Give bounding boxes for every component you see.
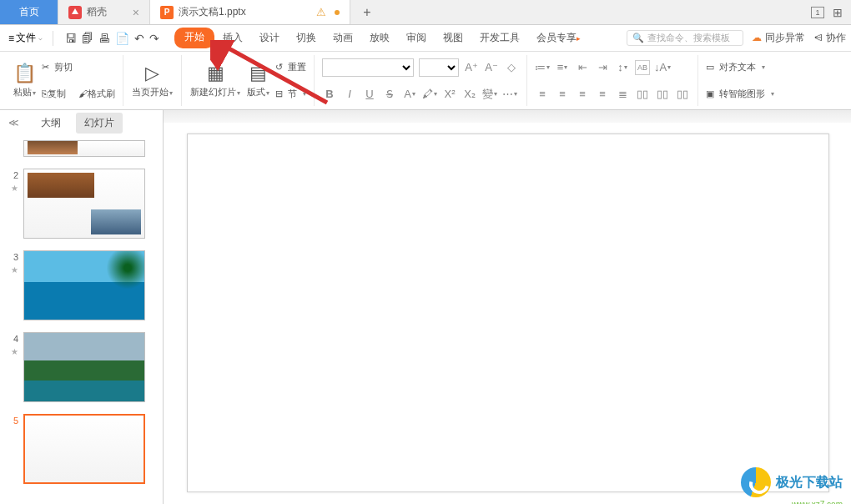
close-icon[interactable]: × <box>133 6 139 19</box>
new-tab-button[interactable]: + <box>350 0 384 24</box>
ribbon-tab-dev[interactable]: 开发工具 <box>471 28 528 48</box>
command-search-input[interactable]: 🔍 查找命令、搜索模板 <box>627 30 743 46</box>
ribbon-tab-show[interactable]: 放映 <box>361 28 398 48</box>
subscript-icon[interactable]: X₂ <box>462 87 477 102</box>
paste-icon: 📋 <box>13 63 36 84</box>
chevron-down-icon: ▾ <box>771 90 774 98</box>
thumb-number: 2★ <box>3 169 18 193</box>
save-as-icon[interactable]: 🗐 <box>82 32 93 45</box>
ribbon-tab-animation[interactable]: 动画 <box>325 28 361 48</box>
italic-icon[interactable]: I <box>342 87 357 102</box>
thumbnail-row[interactable]: 4★ <box>3 332 156 402</box>
thumb-number: 4★ <box>3 332 18 356</box>
search-icon: 🔍 <box>632 33 644 43</box>
tab-docer[interactable]: 稻壳 × <box>58 0 150 24</box>
animation-star-icon: ★ <box>11 265 18 275</box>
thumbnail-row[interactable] <box>3 140 156 157</box>
columns-left-icon[interactable]: ▯▯ <box>635 87 650 102</box>
ribbon-tab-view[interactable]: 视图 <box>435 28 471 48</box>
font-size-select[interactable] <box>419 58 459 77</box>
char-shading-icon[interactable]: AB <box>635 60 650 75</box>
print-preview-icon[interactable]: 📄 <box>115 32 129 45</box>
reading-mode-icon[interactable]: 1 <box>811 7 824 18</box>
tab-home[interactable]: 首页 <box>0 0 58 24</box>
columns-center-icon[interactable]: ▯▯ <box>675 87 690 102</box>
thumbnail-row[interactable]: 3★ <box>3 250 156 320</box>
slide-canvas[interactable] <box>187 134 829 492</box>
section-button[interactable]: ⊟节▾ <box>275 82 306 107</box>
clear-format-icon[interactable]: ◇ <box>504 60 519 75</box>
cut-button[interactable]: ✂剪切 <box>42 55 115 80</box>
ribbon-tab-review[interactable]: 审阅 <box>398 28 435 48</box>
align-right-icon[interactable]: ≡ <box>575 87 590 102</box>
file-menu-button[interactable]: ≡ 文件 ⌵ <box>5 29 46 47</box>
ribbon-tab-member[interactable]: 会员专享▸ <box>528 28 589 48</box>
decrease-font-icon[interactable]: A⁻ <box>484 60 499 75</box>
ribbon-group-paragraph: ≔▾ ≡▾ ⇤ ⇥ ↕▾ AB ↓A▾ ≡ ≡ ≡ ≡ ≣ ▯▯ ▯▯ ▯▯ <box>527 55 698 106</box>
save-icon[interactable]: 🖫 <box>65 32 77 45</box>
tab-docer-label: 稻壳 <box>87 5 107 19</box>
bold-icon[interactable]: B <box>322 87 337 102</box>
ribbon-tab-transition[interactable]: 切换 <box>288 28 325 48</box>
coop-label: 协作 <box>826 32 846 43</box>
layout-button[interactable]: ▤ 版式▾ <box>244 61 273 100</box>
font-color-icon[interactable]: A▾ <box>402 87 417 102</box>
outline-tab[interactable]: 大纲 <box>33 113 69 134</box>
sync-status[interactable]: ☁ 同步异常 <box>752 31 804 45</box>
ribbon-tab-start[interactable]: 开始 <box>174 28 214 48</box>
numbering-icon[interactable]: ≡▾ <box>555 60 570 75</box>
thumbnail-row[interactable]: 2★ <box>3 169 156 239</box>
font-family-select[interactable] <box>322 58 414 77</box>
paste-button[interactable]: 📋 粘贴▾ <box>10 61 39 100</box>
format-painter-button[interactable]: 🖌格式刷 <box>78 88 115 100</box>
slide-thumbnail[interactable] <box>23 332 145 402</box>
slide-thumbnail[interactable] <box>23 169 145 239</box>
collapse-panel-icon[interactable]: ≪ <box>8 117 19 129</box>
align-center-icon[interactable]: ≡ <box>555 87 570 102</box>
menu-right-group: 🔍 查找命令、搜索模板 ☁ 同步异常 ⩤ 协作 <box>627 30 846 46</box>
align-left-icon[interactable]: ≡ <box>535 87 550 102</box>
collaborate-button[interactable]: ⩤ 协作 <box>813 31 846 45</box>
new-slide-button[interactable]: ▦ 新建幻灯片▾ <box>187 61 244 100</box>
copy-button[interactable]: ⎘复制 <box>42 88 66 100</box>
search-placeholder: 查找命令、搜索模板 <box>647 32 730 44</box>
print-icon[interactable]: 🖶 <box>98 32 110 45</box>
font-effects-icon[interactable]: ⋯▾ <box>502 87 517 102</box>
strikethrough-icon[interactable]: S̶ <box>382 87 397 102</box>
ribbon-tab-design[interactable]: 设计 <box>251 28 288 48</box>
smart-shape-button[interactable]: ▣转智能图形▾ <box>706 82 774 107</box>
layout-label: 版式 <box>247 87 265 97</box>
distribute-icon[interactable]: ≣ <box>615 87 630 102</box>
smart-shape-label: 转智能图形 <box>719 88 765 100</box>
tab-file[interactable]: P 演示文稿1.pptx ⚠ <box>150 0 350 24</box>
slide-thumbnail[interactable] <box>23 250 145 320</box>
decrease-indent-icon[interactable]: ⇤ <box>575 60 590 75</box>
change-case-icon[interactable]: 變▾ <box>482 87 497 102</box>
align-text-button[interactable]: ▭对齐文本▾ <box>706 55 774 80</box>
increase-font-icon[interactable]: A⁺ <box>464 60 479 75</box>
bullets-icon[interactable]: ≔▾ <box>535 60 550 75</box>
workspace: ≪ 大纲 幻灯片 2★ 3★ 4★ <box>0 110 851 504</box>
slide-thumbnail-selected[interactable] <box>23 414 145 484</box>
slides-tab[interactable]: 幻灯片 <box>76 113 123 134</box>
undo-icon[interactable]: ↶ <box>134 32 144 45</box>
line-spacing-icon[interactable]: ↕▾ <box>615 60 630 75</box>
increase-indent-icon[interactable]: ⇥ <box>595 60 610 75</box>
ribbon-tab-insert[interactable]: 插入 <box>214 28 251 48</box>
redo-icon[interactable]: ↷ <box>149 32 159 45</box>
slide-thumbnail[interactable] <box>23 140 145 157</box>
unsaved-dot-icon <box>335 10 340 15</box>
thumbnail-row[interactable]: 5 <box>3 414 156 484</box>
app-grid-icon[interactable]: ⊞ <box>833 6 843 19</box>
underline-icon[interactable]: U <box>362 87 377 102</box>
text-direction-icon[interactable]: ↓A▾ <box>655 60 670 75</box>
from-current-button[interactable]: ▷ 当页开始▾ <box>128 61 176 100</box>
align-justify-icon[interactable]: ≡ <box>595 87 610 102</box>
menu-bar: ≡ 文件 ⌵ 🖫 🗐 🖶 📄 ↶ ↷ 开始 插入 设计 切换 动画 放映 审阅 … <box>0 25 851 52</box>
document-tabs-bar: 首页 稻壳 × P 演示文稿1.pptx ⚠ + 1 ⊞ <box>0 0 851 25</box>
highlight-icon[interactable]: 🖍▾ <box>422 87 437 102</box>
columns-right-icon[interactable]: ▯▯ <box>655 87 670 102</box>
reset-button[interactable]: ↺重置 <box>275 55 306 80</box>
superscript-icon[interactable]: X² <box>442 87 457 102</box>
watermark-logo-icon <box>741 467 771 497</box>
